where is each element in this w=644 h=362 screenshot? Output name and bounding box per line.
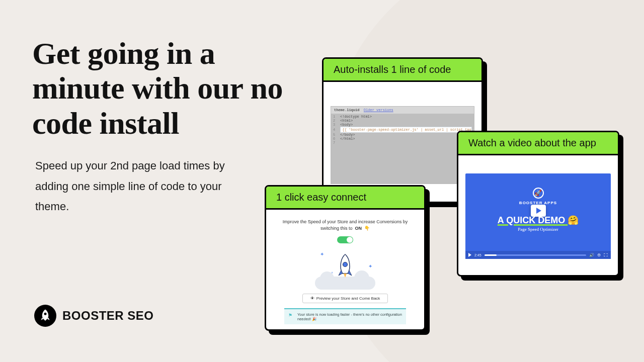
volume-icon[interactable]: 🔊 (589, 253, 594, 257)
brand-name: BOOSTER SEO (62, 309, 154, 323)
code-line-1: <!doctype html> (340, 115, 372, 119)
svg-point-0 (44, 313, 47, 315)
preview-button-label: Preview your Store and Come Back (316, 296, 380, 301)
success-banner-text: Your store is now loading faster - there… (297, 312, 402, 321)
card-easy-connect: 1 click easy connect Improve the Speed o… (265, 185, 426, 331)
code-file-name: theme.liquid (334, 108, 359, 112)
video-logo-icon: 🚀 (533, 188, 544, 199)
video-progress[interactable] (485, 254, 586, 256)
code-line-highlight: {{ 'booster-page-speed-optimizer.js' | a… (340, 127, 472, 133)
enable-toggle[interactable] (337, 236, 353, 243)
page-headline: Get going in a minute with our no code i… (32, 36, 284, 141)
play-pause-icon[interactable] (468, 253, 471, 257)
code-line-6: </html> (340, 137, 355, 141)
svg-point-1 (343, 262, 348, 267)
play-icon (536, 208, 541, 214)
rocket-circle-icon (34, 305, 56, 327)
pointing-down-icon: 👇 (364, 226, 370, 231)
video-subtitle: Page Speed Optimizer (465, 227, 611, 232)
card-video-title: Watch a video about the app (458, 132, 618, 155)
eye-icon: 👁 (310, 296, 314, 301)
preview-store-button[interactable]: 👁 Preview your Store and Come Back (302, 294, 388, 303)
video-demo-title: A QUICK DEMO 🤗 (465, 215, 611, 226)
code-editor: theme.liquid Older versions 1<!doctype h… (331, 106, 474, 184)
code-line-5: </body> (340, 133, 355, 137)
flag-icon: ⚑ (288, 313, 292, 318)
sparkle-icon: ✦ (320, 251, 324, 257)
fullscreen-icon[interactable]: ⛶ (604, 253, 608, 257)
card-video: Watch a video about the app 🚀 BOOSTER AP… (457, 131, 619, 277)
video-time: 2:45 (474, 253, 481, 257)
card-easy-connect-title: 1 click easy connect (266, 187, 424, 210)
hugging-face-icon: 🤗 (568, 215, 579, 226)
success-banner: ⚑ Your store is now loading faster - the… (284, 308, 406, 324)
settings-icon[interactable]: ⚙ (597, 253, 601, 257)
brand-logo: BOOSTER SEO (34, 305, 154, 327)
connect-prompt: Improve the Speed of your Store and incr… (276, 219, 414, 231)
card-auto-install-title: Auto-installs 1 line of code (324, 59, 481, 82)
code-line-2: <html> (340, 119, 353, 123)
on-label: ON (355, 226, 362, 231)
rocket-illustration: ✦ ✦ + (310, 246, 380, 290)
page-subtext: Speed up your 2nd page load times by add… (35, 156, 236, 217)
code-line-3: <body> (340, 123, 353, 127)
older-versions-link[interactable]: Older versions (364, 108, 393, 112)
video-controls[interactable]: 2:45 🔊 ⚙ ⛶ (465, 251, 611, 259)
video-player[interactable]: 🚀 BOOSTER APPS A QUICK DEMO 🤗 Page Speed… (465, 173, 611, 259)
sparkle-icon: ✦ (368, 263, 372, 269)
